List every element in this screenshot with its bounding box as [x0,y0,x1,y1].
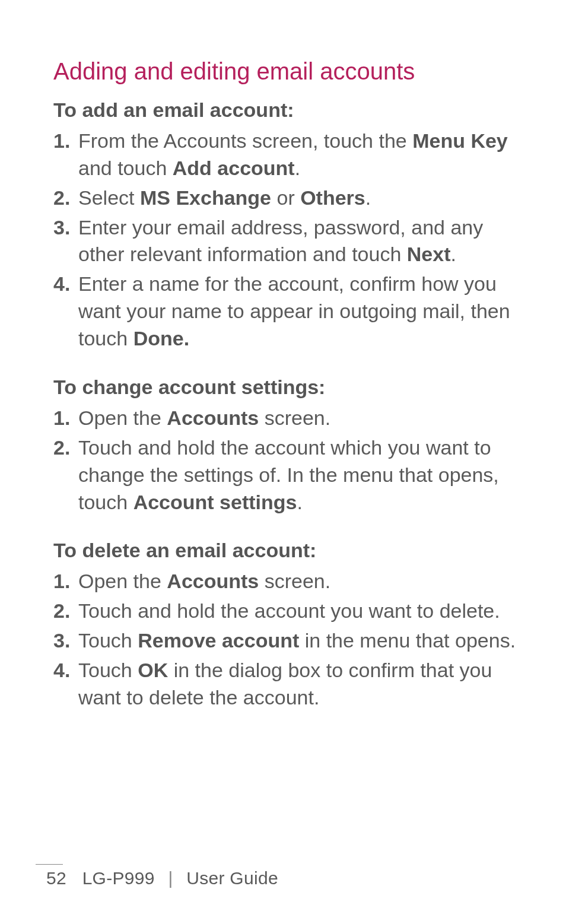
bold-term: Add account [173,157,295,179]
step-text: . [295,157,300,179]
footer-label: User Guide [186,868,278,888]
bold-term: Remove account [138,629,299,652]
step-text: screen. [259,407,330,429]
step-text: screen. [259,570,330,592]
list-item: Touch Remove account in the menu that op… [75,627,524,655]
step-text: or [271,186,300,209]
step-text: Touch [78,659,138,681]
bold-term: Menu Key [412,129,508,152]
step-text: in the menu that opens. [299,629,516,652]
bold-term: Others [300,186,365,209]
section-title: Adding and editing email accounts [53,56,524,86]
step-text: . [297,491,302,513]
footer-separator: | [168,868,173,888]
list-item: Enter a name for the account, confirm ho… [75,271,524,353]
subheading-delete-account: To delete an email account: [53,537,524,564]
step-text: and touch [78,157,173,179]
content-area: Adding and editing email accounts To add… [53,56,524,894]
step-text: Open the [78,407,167,429]
steps-add-account: From the Accounts screen, touch the Menu… [53,128,524,353]
step-text: . [365,186,371,209]
bold-term: Done. [133,327,189,350]
subheading-add-account: To add an email account: [53,97,524,124]
list-item: Select MS Exchange or Others. [75,185,524,212]
step-text: . [450,243,456,265]
footer-model: LG-P999 [82,868,155,888]
step-text: Touch and hold the account you want to d… [78,599,500,622]
list-item: From the Accounts screen, touch the Menu… [75,128,524,182]
bold-term: Next [407,243,451,265]
list-item: Enter your email address, password, and … [75,214,524,269]
steps-delete-account: Open the Accounts screen. Touch and hold… [53,568,524,711]
bold-term: OK [138,659,168,681]
footer-text: 52 LG-P999 | User Guide [46,868,524,888]
bold-term: MS Exchange [140,186,271,209]
list-item: Touch and hold the account you want to d… [75,598,524,625]
list-item: Open the Accounts screen. [75,568,524,595]
list-item: Open the Accounts screen. [75,405,524,432]
page-number: 52 [46,868,66,888]
page-footer: 52 LG-P999 | User Guide [46,864,524,888]
step-text: Touch [78,629,138,652]
bold-term: Account settings [133,491,297,513]
steps-change-settings: Open the Accounts screen. Touch and hold… [53,405,524,516]
list-item: Touch and hold the account which you wan… [75,434,524,516]
page: Adding and editing email accounts To add… [0,0,566,924]
footer-rule [36,864,63,865]
list-item: Touch OK in the dialog box to confirm th… [75,657,524,712]
subheading-change-settings: To change account settings: [53,374,524,401]
step-text: Open the [78,570,167,592]
bold-term: Accounts [167,407,259,429]
step-text: Select [78,186,140,209]
step-text: From the Accounts screen, touch the [78,129,412,152]
bold-term: Accounts [167,570,259,592]
